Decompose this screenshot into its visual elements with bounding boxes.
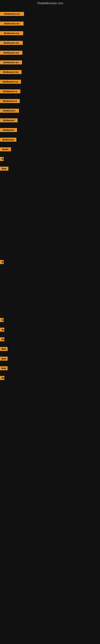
bottleneck-button-7[interactable]: Bottleneck res [0,80,21,84]
bottleneck-button-16[interactable]: Bott [0,167,8,171]
bottleneck-button-23[interactable]: Bott [0,366,8,370]
bottleneck-button-19[interactable]: Bo [0,328,4,332]
bottleneck-button-12[interactable]: Bottleneck [0,128,17,132]
bottleneck-button-14[interactable]: Bottle [0,147,11,151]
bottleneck-button-8[interactable]: Bottleneck re [0,89,20,94]
bottleneck-button-9[interactable]: Bottleneck re [0,99,20,103]
bottleneck-button-24[interactable]: Bo [0,376,4,380]
bottleneck-button-2[interactable]: Bottleneck res [0,31,23,35]
bottleneck-button-11[interactable]: Bottleneck [0,118,18,122]
bottleneck-button-10[interactable]: Bottleneck r [0,109,19,113]
bottleneck-button-1[interactable]: Bottleneck res [0,22,24,26]
bottleneck-button-20[interactable]: Bo [0,337,4,341]
bottleneck-button-0[interactable]: Bottleneck res [0,12,24,16]
bottleneck-button-3[interactable]: Bottleneck res [0,41,23,45]
bottleneck-button-18[interactable]: B [0,318,3,322]
site-title: TheBottlenecker.com [0,0,100,6]
bottleneck-button-6[interactable]: Bottleneck res [0,70,22,74]
bottleneck-button-13[interactable]: Bottleneck [0,138,16,142]
bottleneck-button-15[interactable]: B [0,157,3,161]
bottleneck-button-5[interactable]: Bottleneck res [0,60,22,64]
bottleneck-button-21[interactable]: Bott [0,347,8,351]
bottleneck-button-17[interactable]: B [0,260,3,264]
bottleneck-button-22[interactable]: Bott [0,356,8,361]
bottleneck-button-4[interactable]: Bottleneck res [0,51,22,55]
